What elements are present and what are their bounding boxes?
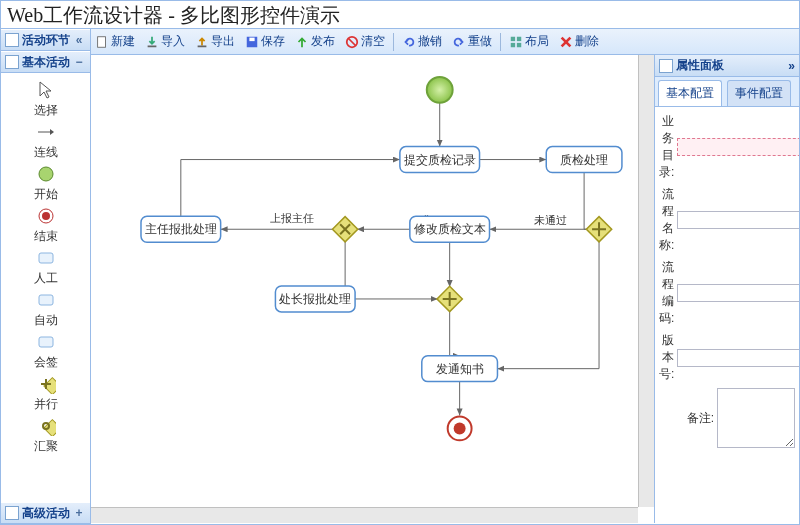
palette-start[interactable]: 开始: [1, 164, 90, 203]
node-task-chief[interactable]: 处长报批处理: [275, 286, 355, 312]
label-procname: 流程名称:: [659, 186, 674, 254]
scrollbar-vertical[interactable]: [638, 55, 654, 507]
sidebar-section-activity[interactable]: 活动环节 «: [1, 29, 90, 51]
input-proccode[interactable]: [677, 284, 800, 302]
svg-rect-21: [511, 42, 515, 46]
clear-button[interactable]: 清空: [341, 31, 389, 52]
section-label: 活动环节: [22, 32, 70, 49]
palette-select[interactable]: 选择: [1, 80, 90, 119]
label-proccode: 流程编码:: [659, 259, 674, 327]
node-start[interactable]: [427, 77, 453, 103]
node-gateway-parallel-1[interactable]: [586, 217, 611, 242]
redo-button[interactable]: 重做: [448, 31, 496, 52]
svg-rect-20: [517, 36, 521, 40]
node-task-modify[interactable]: 修改质检文本: [410, 216, 490, 242]
sidebar: 活动环节 « 基本活动 − 选择 连线 开始 结束 人工 自动 会签 并行 汇聚…: [1, 29, 91, 524]
node-gateway-parallel-2[interactable]: [437, 286, 462, 311]
svg-line-18: [349, 38, 356, 45]
section-icon: [5, 33, 19, 47]
node-gateway-exclusive[interactable]: [332, 217, 357, 242]
properties-header-label: 属性面板: [676, 57, 724, 74]
app-title: Web工作流设计器 - 多比图形控件演示: [1, 1, 799, 29]
properties-tabs: 基本配置 事件配置: [655, 77, 799, 107]
svg-point-41: [454, 422, 466, 434]
edge-label: 未通过: [534, 214, 567, 226]
input-bizdir[interactable]: [677, 138, 800, 156]
svg-text:质检处理: 质检处理: [560, 153, 608, 167]
svg-rect-12: [98, 36, 106, 47]
palette-auto[interactable]: 自动: [1, 290, 90, 329]
svg-rect-22: [517, 42, 521, 46]
node-task-qc[interactable]: 质检处理: [546, 147, 622, 173]
svg-point-3: [42, 212, 50, 220]
scrollbar-horizontal[interactable]: [91, 507, 638, 523]
svg-rect-14: [198, 45, 207, 47]
svg-rect-13: [148, 45, 157, 47]
palette-manual[interactable]: 人工: [1, 248, 90, 287]
edge[interactable]: [497, 241, 599, 368]
svg-text:提交质检记录: 提交质检记录: [404, 153, 476, 167]
node-task-submit[interactable]: 提交质检记录: [400, 147, 480, 173]
properties-form: 业务目录:⋯ 流程名称: 流程编码: 版本号:▾ 备注:: [655, 107, 799, 523]
node-task-notice[interactable]: 发通知书: [422, 356, 498, 382]
label-bizdir: 业务目录:: [659, 113, 674, 181]
palette-countersign[interactable]: 会签: [1, 332, 90, 371]
svg-text:修改质检文本: 修改质检文本: [414, 222, 486, 236]
input-procname[interactable]: [677, 211, 800, 229]
node-end[interactable]: [448, 416, 472, 440]
minus-icon[interactable]: −: [72, 55, 86, 69]
section-icon: [5, 55, 19, 69]
section-label: 基本活动: [22, 54, 70, 71]
svg-point-1: [39, 167, 53, 181]
edge-label: 上报主任: [270, 212, 314, 224]
import-button[interactable]: 导入: [141, 31, 189, 52]
sidebar-section-advanced[interactable]: 高级活动 +: [1, 502, 90, 524]
new-button[interactable]: 新建: [91, 31, 139, 52]
svg-text:主任报批处理: 主任报批处理: [145, 222, 217, 236]
svg-rect-19: [511, 36, 515, 40]
canvas[interactable]: 未通过 求 上报主任 提交质检记录 质检处理 主任报批处理 修改质检文本 处长报…: [91, 55, 654, 523]
label-remark: 备注:: [659, 410, 714, 427]
properties-panel: 属性面板 » 基本配置 事件配置 业务目录:⋯ 流程名称: 流程编码: 版本号:…: [654, 55, 799, 523]
export-button[interactable]: 导出: [191, 31, 239, 52]
section-label: 高级活动: [22, 505, 70, 522]
svg-rect-5: [39, 295, 53, 305]
delete-button[interactable]: 删除: [555, 31, 603, 52]
sidebar-section-basic[interactable]: 基本活动 −: [1, 51, 90, 73]
main: 未通过 求 上报主任 提交质检记录 质检处理 主任报批处理 修改质检文本 处长报…: [1, 55, 799, 523]
layout-button[interactable]: 布局: [505, 31, 553, 52]
input-version[interactable]: [677, 349, 800, 367]
svg-text:发通知书: 发通知书: [436, 362, 484, 376]
section-icon: [5, 506, 19, 520]
plus-icon[interactable]: +: [72, 506, 86, 520]
properties-header: 属性面板 »: [655, 55, 799, 77]
undo-button[interactable]: 撤销: [398, 31, 446, 52]
toolbar: 新建 导入 导出 保存 发布 清空 撤销 重做 布局 删除: [1, 29, 799, 55]
svg-rect-16: [249, 37, 254, 41]
tab-basic[interactable]: 基本配置: [658, 80, 722, 106]
publish-button[interactable]: 发布: [291, 31, 339, 52]
palette-parallel[interactable]: 并行: [1, 374, 90, 413]
panel-icon: [659, 59, 673, 73]
palette-converge[interactable]: 汇聚: [1, 416, 90, 455]
save-button[interactable]: 保存: [241, 31, 289, 52]
svg-rect-6: [39, 337, 53, 347]
palette-end[interactable]: 结束: [1, 206, 90, 245]
label-version: 版本号:: [659, 332, 674, 383]
node-task-director[interactable]: 主任报批处理: [141, 216, 221, 242]
input-remark[interactable]: [717, 388, 795, 448]
collapse-icon[interactable]: «: [72, 33, 86, 47]
palette-line[interactable]: 连线: [1, 122, 90, 161]
collapse-icon[interactable]: »: [788, 59, 795, 73]
edge[interactable]: [450, 311, 460, 356]
edge[interactable]: [181, 160, 400, 217]
tab-events[interactable]: 事件配置: [727, 80, 791, 106]
svg-text:处长报批处理: 处长报批处理: [279, 292, 351, 306]
svg-rect-4: [39, 253, 53, 263]
palette: 选择 连线 开始 结束 人工 自动 会签 并行 汇聚: [1, 73, 90, 502]
